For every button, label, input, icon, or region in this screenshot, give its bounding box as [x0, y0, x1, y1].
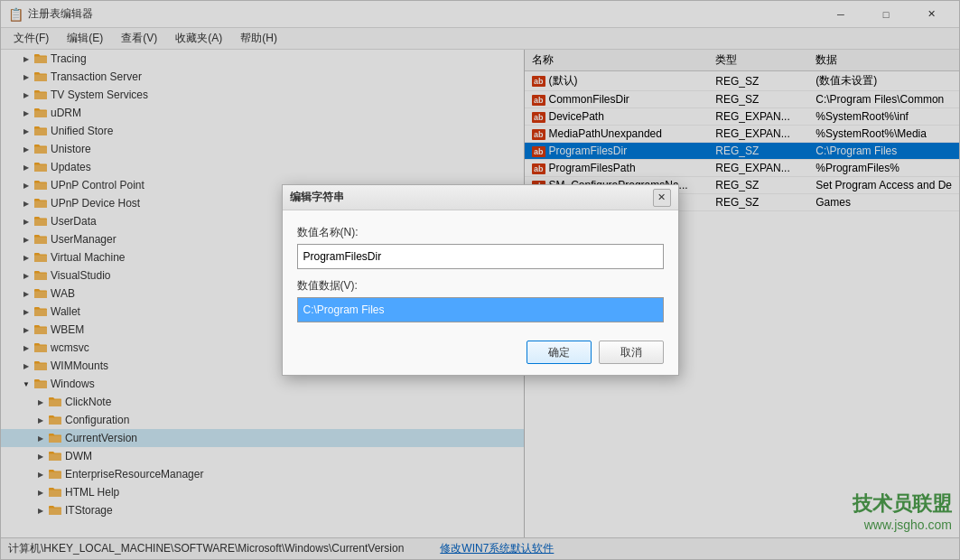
modal-name-field-group: 数值名称(N):: [297, 225, 664, 269]
edit-string-modal: 编辑字符串 ✕ 数值名称(N): 数值数据(V): 确定 取消: [282, 184, 679, 376]
modal-data-input[interactable]: [297, 297, 664, 322]
modal-name-input[interactable]: [297, 244, 664, 269]
modal-title: 编辑字符串: [290, 190, 653, 205]
modal-close-button[interactable]: ✕: [653, 189, 671, 207]
modal-body: 数值名称(N): 数值数据(V):: [283, 210, 678, 333]
modal-title-bar: 编辑字符串 ✕: [283, 185, 678, 210]
registry-editor-window: 📋 注册表编辑器 ─ □ ✕ 文件(F)编辑(E)查看(V)收藏夹(A)帮助(H…: [0, 0, 960, 560]
modal-cancel-button[interactable]: 取消: [599, 341, 664, 364]
modal-data-label: 数值数据(V):: [297, 278, 664, 294]
modal-data-field-group: 数值数据(V):: [297, 278, 664, 322]
modal-name-label: 数值名称(N):: [297, 225, 664, 240]
modal-ok-button[interactable]: 确定: [527, 341, 592, 364]
modal-overlay: 编辑字符串 ✕ 数值名称(N): 数值数据(V): 确定 取消: [1, 1, 959, 559]
modal-footer: 确定 取消: [283, 333, 678, 375]
